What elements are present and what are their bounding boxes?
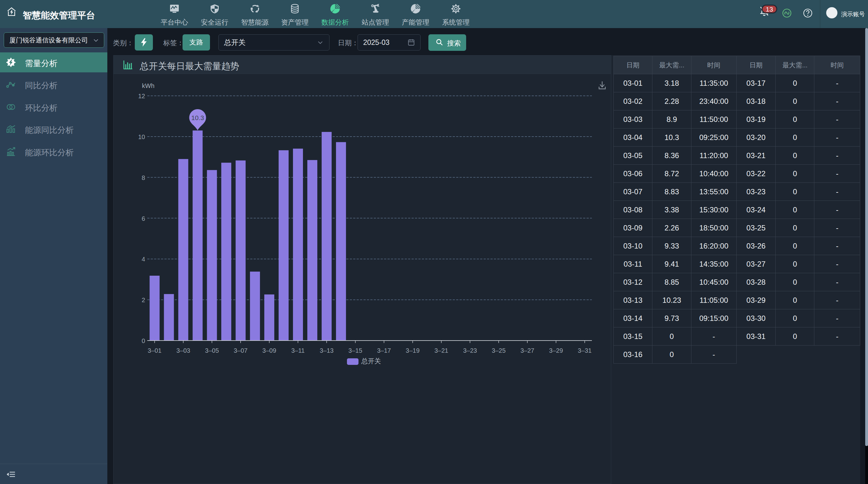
svg-text:3–13: 3–13: [320, 347, 334, 354]
svg-text:3–19: 3–19: [406, 347, 420, 354]
svg-text:总开关: 总开关: [361, 357, 381, 364]
svg-text:3–09: 3–09: [262, 347, 276, 354]
svg-text:kWh: kWh: [142, 82, 154, 89]
svg-text:10: 10: [138, 133, 145, 140]
svg-text:0: 0: [142, 337, 145, 344]
svg-text:2: 2: [142, 297, 145, 303]
svg-text:3–17: 3–17: [377, 347, 391, 354]
svg-text:3–11: 3–11: [291, 347, 305, 354]
svg-text:3–01: 3–01: [148, 347, 162, 354]
svg-text:3–29: 3–29: [549, 347, 563, 354]
svg-text:3–03: 3–03: [176, 347, 190, 354]
svg-text:3–25: 3–25: [492, 347, 506, 354]
svg-text:3–07: 3–07: [234, 347, 248, 354]
svg-text:12: 12: [138, 93, 145, 99]
svg-text:3–21: 3–21: [434, 347, 448, 354]
svg-text:10.3: 10.3: [191, 114, 204, 121]
svg-text:4: 4: [142, 256, 145, 263]
svg-text:6: 6: [142, 215, 145, 222]
svg-text:3–31: 3–31: [578, 347, 592, 354]
svg-text:3–27: 3–27: [520, 347, 534, 354]
svg-text:3–23: 3–23: [463, 347, 477, 354]
svg-text:3–05: 3–05: [205, 347, 219, 354]
svg-text:3–15: 3–15: [348, 347, 363, 354]
svg-text:8: 8: [142, 174, 145, 181]
